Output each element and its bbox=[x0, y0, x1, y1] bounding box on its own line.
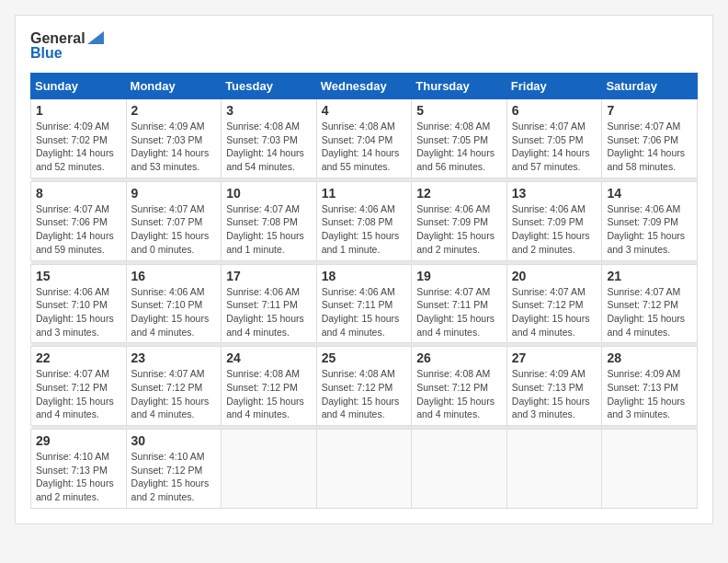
day-info: Sunrise: 4:06 AM Sunset: 7:09 PM Dayligh… bbox=[607, 202, 692, 257]
day-number: 11 bbox=[322, 186, 407, 201]
day-header-thursday: Thursday bbox=[412, 74, 507, 99]
calendar-cell: 6Sunrise: 4:07 AM Sunset: 7:05 PM Daylig… bbox=[506, 99, 602, 178]
day-info: Sunrise: 4:07 AM Sunset: 7:07 PM Dayligh… bbox=[131, 202, 217, 257]
day-info: Sunrise: 4:07 AM Sunset: 7:08 PM Dayligh… bbox=[226, 202, 312, 257]
calendar-cell: 10Sunrise: 4:07 AM Sunset: 7:08 PM Dayli… bbox=[222, 181, 317, 260]
calendar-cell: 16Sunrise: 4:06 AM Sunset: 7:10 PM Dayli… bbox=[126, 264, 222, 343]
day-number: 21 bbox=[607, 269, 692, 283]
day-info: Sunrise: 4:08 AM Sunset: 7:12 PM Dayligh… bbox=[416, 367, 502, 421]
calendar-cell: 11Sunrise: 4:06 AM Sunset: 7:08 PM Dayli… bbox=[316, 181, 412, 260]
calendar-cell: 9Sunrise: 4:07 AM Sunset: 7:07 PM Daylig… bbox=[126, 181, 222, 260]
day-header-friday: Friday bbox=[506, 74, 602, 99]
day-number: 16 bbox=[131, 269, 217, 283]
calendar-week-row: 29Sunrise: 4:10 AM Sunset: 7:13 PM Dayli… bbox=[31, 430, 698, 509]
day-number: 3 bbox=[226, 103, 312, 118]
day-number: 25 bbox=[322, 350, 407, 365]
logo-blue-text: Blue bbox=[30, 45, 63, 62]
day-number: 5 bbox=[416, 103, 502, 118]
day-info: Sunrise: 4:07 AM Sunset: 7:12 PM Dayligh… bbox=[607, 285, 692, 339]
calendar-cell bbox=[222, 430, 317, 509]
calendar-cell: 29Sunrise: 4:10 AM Sunset: 7:13 PM Dayli… bbox=[31, 430, 127, 509]
calendar-cell: 3Sunrise: 4:08 AM Sunset: 7:03 PM Daylig… bbox=[222, 99, 317, 178]
day-info: Sunrise: 4:07 AM Sunset: 7:12 PM Dayligh… bbox=[131, 367, 217, 421]
day-number: 14 bbox=[607, 186, 692, 201]
day-number: 18 bbox=[322, 269, 407, 283]
calendar-cell: 15Sunrise: 4:06 AM Sunset: 7:10 PM Dayli… bbox=[31, 264, 127, 343]
calendar-cell: 23Sunrise: 4:07 AM Sunset: 7:12 PM Dayli… bbox=[126, 347, 222, 426]
calendar-cell bbox=[316, 430, 412, 509]
calendar-cell: 7Sunrise: 4:07 AM Sunset: 7:06 PM Daylig… bbox=[602, 99, 698, 178]
calendar-cell: 17Sunrise: 4:06 AM Sunset: 7:11 PM Dayli… bbox=[222, 264, 317, 343]
day-info: Sunrise: 4:08 AM Sunset: 7:12 PM Dayligh… bbox=[322, 367, 407, 421]
day-info: Sunrise: 4:06 AM Sunset: 7:09 PM Dayligh… bbox=[512, 202, 597, 257]
calendar-cell: 26Sunrise: 4:08 AM Sunset: 7:12 PM Dayli… bbox=[412, 347, 507, 426]
day-number: 27 bbox=[512, 350, 597, 365]
day-info: Sunrise: 4:10 AM Sunset: 7:13 PM Dayligh… bbox=[36, 450, 121, 504]
calendar-cell: 2Sunrise: 4:09 AM Sunset: 7:03 PM Daylig… bbox=[126, 99, 222, 178]
calendar-container: General Blue SundayMondayTuesdayWednesda… bbox=[15, 15, 713, 524]
day-number: 13 bbox=[512, 186, 597, 201]
day-number: 4 bbox=[322, 103, 407, 118]
calendar-cell: 5Sunrise: 4:08 AM Sunset: 7:05 PM Daylig… bbox=[412, 99, 507, 178]
calendar-header-row: SundayMondayTuesdayWednesdayThursdayFrid… bbox=[31, 74, 698, 99]
calendar-cell: 8Sunrise: 4:07 AM Sunset: 7:06 PM Daylig… bbox=[31, 181, 127, 260]
day-number: 10 bbox=[226, 186, 312, 201]
day-info: Sunrise: 4:06 AM Sunset: 7:09 PM Dayligh… bbox=[416, 202, 502, 257]
calendar-cell: 28Sunrise: 4:09 AM Sunset: 7:13 PM Dayli… bbox=[602, 347, 698, 426]
calendar-cell: 20Sunrise: 4:07 AM Sunset: 7:12 PM Dayli… bbox=[506, 264, 602, 343]
day-info: Sunrise: 4:09 AM Sunset: 7:13 PM Dayligh… bbox=[512, 367, 597, 421]
day-info: Sunrise: 4:07 AM Sunset: 7:06 PM Dayligh… bbox=[607, 120, 692, 174]
logo-bird-icon bbox=[87, 31, 104, 46]
day-info: Sunrise: 4:09 AM Sunset: 7:03 PM Dayligh… bbox=[131, 120, 217, 174]
day-info: Sunrise: 4:08 AM Sunset: 7:05 PM Dayligh… bbox=[416, 120, 502, 174]
svg-marker-0 bbox=[87, 31, 104, 44]
day-info: Sunrise: 4:07 AM Sunset: 7:12 PM Dayligh… bbox=[512, 285, 597, 339]
calendar-cell bbox=[602, 430, 698, 509]
day-number: 19 bbox=[416, 269, 502, 283]
day-number: 1 bbox=[36, 103, 121, 118]
day-number: 9 bbox=[131, 186, 217, 201]
day-info: Sunrise: 4:08 AM Sunset: 7:03 PM Dayligh… bbox=[226, 120, 312, 174]
day-number: 12 bbox=[416, 186, 502, 201]
day-number: 17 bbox=[226, 269, 312, 283]
calendar-cell: 4Sunrise: 4:08 AM Sunset: 7:04 PM Daylig… bbox=[316, 99, 412, 178]
day-header-tuesday: Tuesday bbox=[222, 74, 317, 99]
day-info: Sunrise: 4:06 AM Sunset: 7:10 PM Dayligh… bbox=[36, 285, 121, 339]
day-header-monday: Monday bbox=[126, 74, 222, 99]
calendar-week-row: 8Sunrise: 4:07 AM Sunset: 7:06 PM Daylig… bbox=[31, 181, 698, 260]
day-info: Sunrise: 4:07 AM Sunset: 7:12 PM Dayligh… bbox=[36, 367, 121, 421]
calendar-cell: 14Sunrise: 4:06 AM Sunset: 7:09 PM Dayli… bbox=[602, 181, 698, 260]
day-info: Sunrise: 4:08 AM Sunset: 7:04 PM Dayligh… bbox=[322, 120, 407, 174]
day-number: 24 bbox=[226, 350, 312, 365]
calendar-week-row: 15Sunrise: 4:06 AM Sunset: 7:10 PM Dayli… bbox=[31, 264, 698, 343]
day-info: Sunrise: 4:07 AM Sunset: 7:11 PM Dayligh… bbox=[416, 285, 502, 339]
day-number: 30 bbox=[131, 433, 217, 448]
day-info: Sunrise: 4:06 AM Sunset: 7:08 PM Dayligh… bbox=[322, 202, 407, 257]
day-info: Sunrise: 4:06 AM Sunset: 7:10 PM Dayligh… bbox=[131, 285, 217, 339]
calendar-cell: 21Sunrise: 4:07 AM Sunset: 7:12 PM Dayli… bbox=[602, 264, 698, 343]
calendar-cell: 24Sunrise: 4:08 AM Sunset: 7:12 PM Dayli… bbox=[222, 347, 317, 426]
day-number: 26 bbox=[416, 350, 502, 365]
day-info: Sunrise: 4:09 AM Sunset: 7:02 PM Dayligh… bbox=[36, 120, 121, 174]
day-header-saturday: Saturday bbox=[602, 74, 698, 99]
day-number: 29 bbox=[36, 433, 121, 448]
calendar-cell: 25Sunrise: 4:08 AM Sunset: 7:12 PM Dayli… bbox=[316, 347, 412, 426]
day-info: Sunrise: 4:07 AM Sunset: 7:05 PM Dayligh… bbox=[512, 120, 597, 174]
day-info: Sunrise: 4:06 AM Sunset: 7:11 PM Dayligh… bbox=[322, 285, 407, 339]
day-header-sunday: Sunday bbox=[31, 74, 127, 99]
calendar-cell: 30Sunrise: 4:10 AM Sunset: 7:12 PM Dayli… bbox=[126, 430, 222, 509]
day-number: 8 bbox=[36, 186, 121, 201]
calendar-cell: 1Sunrise: 4:09 AM Sunset: 7:02 PM Daylig… bbox=[31, 99, 127, 178]
calendar-week-row: 1Sunrise: 4:09 AM Sunset: 7:02 PM Daylig… bbox=[31, 99, 698, 178]
calendar-cell bbox=[506, 430, 602, 509]
calendar-cell: 22Sunrise: 4:07 AM Sunset: 7:12 PM Dayli… bbox=[31, 347, 127, 426]
calendar-cell: 13Sunrise: 4:06 AM Sunset: 7:09 PM Dayli… bbox=[506, 181, 602, 260]
day-info: Sunrise: 4:07 AM Sunset: 7:06 PM Dayligh… bbox=[36, 202, 121, 257]
calendar-cell: 12Sunrise: 4:06 AM Sunset: 7:09 PM Dayli… bbox=[412, 181, 507, 260]
day-number: 20 bbox=[512, 269, 597, 283]
calendar-table: SundayMondayTuesdayWednesdayThursdayFrid… bbox=[30, 73, 698, 509]
day-info: Sunrise: 4:08 AM Sunset: 7:12 PM Dayligh… bbox=[226, 367, 312, 421]
calendar-cell: 19Sunrise: 4:07 AM Sunset: 7:11 PM Dayli… bbox=[412, 264, 507, 343]
day-number: 6 bbox=[512, 103, 597, 118]
day-number: 28 bbox=[607, 350, 692, 365]
